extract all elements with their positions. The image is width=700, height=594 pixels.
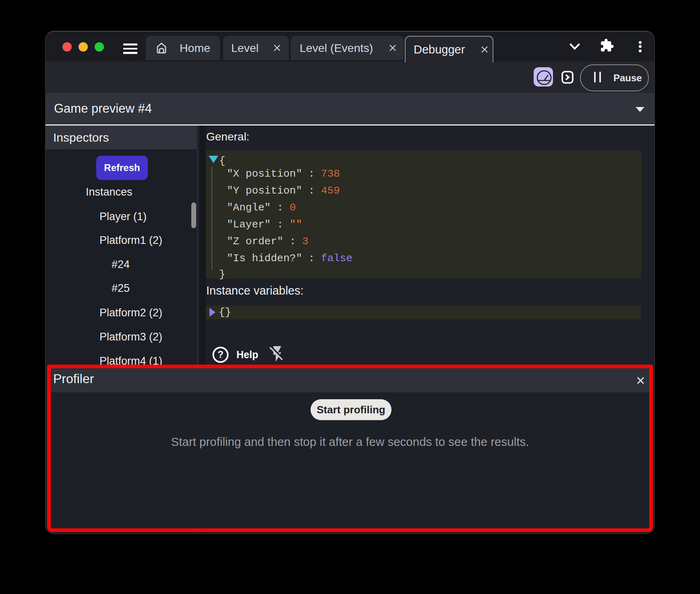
svg-text:?: ? [217, 349, 224, 360]
